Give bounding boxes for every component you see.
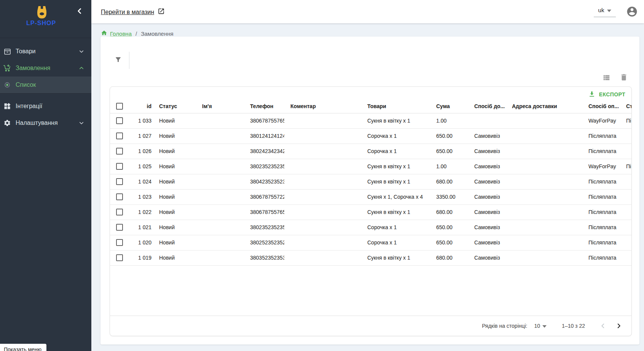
breadcrumb-home-label: Головна xyxy=(110,30,132,37)
table-row[interactable]: 1 024 Новий 380423523523 Сукня в квітку … xyxy=(110,174,632,189)
breadcrumb-home-link[interactable]: Головна xyxy=(101,30,132,37)
cell-id: 1 024 xyxy=(127,174,153,189)
pagination-next-button[interactable] xyxy=(614,321,624,331)
cell-comment xyxy=(284,220,361,235)
sidebar-item-orders[interactable]: Замовлення xyxy=(0,60,91,77)
column-header-status[interactable]: Статус xyxy=(153,100,196,113)
row-checkbox[interactable] xyxy=(116,239,123,246)
column-header-name[interactable]: Ім'я xyxy=(196,100,244,113)
widgets-icon xyxy=(3,102,11,110)
cell-comment xyxy=(284,113,361,128)
cell-comment xyxy=(284,144,361,159)
column-header-delivery[interactable]: Спосіб до... xyxy=(468,100,506,113)
cell-id: 1 027 xyxy=(127,128,153,144)
sidebar-item-integrations[interactable]: Інтеграції xyxy=(0,98,91,115)
cell-delivery: Самовивіз xyxy=(468,159,506,174)
row-checkbox[interactable] xyxy=(116,254,123,261)
cell-sum: 650.00 xyxy=(430,144,468,159)
cell-name xyxy=(196,128,244,144)
filter-divider xyxy=(129,52,129,69)
filter-funnel-icon[interactable] xyxy=(115,56,122,63)
pagination-prev-button[interactable] xyxy=(598,321,608,331)
cell-sum: 650.00 xyxy=(430,235,468,250)
cell-address xyxy=(506,144,582,159)
table-row[interactable]: 1 026 Новий 380242342342 Сорочка x 1 650… xyxy=(110,144,632,159)
row-checkbox[interactable] xyxy=(116,163,123,170)
cell-payment: Післяплата xyxy=(582,235,620,250)
table-row[interactable]: 1 019 Новий 380352352353 Сукня в квітку … xyxy=(110,250,632,265)
cell-products: Сукня в квітку x 1 xyxy=(361,159,430,174)
sidebar-item-products[interactable]: Товари xyxy=(0,43,91,60)
row-checkbox[interactable] xyxy=(116,178,123,185)
cell-payment: Післяплата xyxy=(582,128,620,144)
home-icon xyxy=(101,30,107,37)
table-row[interactable]: 1 023 Новий 380678755722 Сукня x 1, Соро… xyxy=(110,189,632,204)
cell-sum: 3350.00 xyxy=(430,189,468,204)
sidebar-item-settings[interactable]: Налаштування xyxy=(0,115,91,131)
caret-down-icon xyxy=(607,7,611,13)
cell-comment xyxy=(284,204,361,220)
cell-phone: 380235235235 xyxy=(244,220,284,235)
cell-address xyxy=(506,235,582,250)
view-list-icon[interactable] xyxy=(602,73,611,82)
sidebar-item-orders-list[interactable]: Список xyxy=(0,77,91,93)
cell-address xyxy=(506,189,582,204)
column-header-comment[interactable]: Коментар xyxy=(284,100,361,113)
table-row[interactable]: 1 022 Новий 380678755765 Сукня в квітку … xyxy=(110,204,632,220)
cell-delivery: Самовивіз xyxy=(468,189,506,204)
table-row[interactable]: 1 033 Новий 380678755765 Сукня в квітку … xyxy=(110,113,632,128)
cell-address xyxy=(506,128,582,144)
cell-phone: 380423523523 xyxy=(244,174,284,189)
column-header-phone[interactable]: Телефон xyxy=(244,100,284,113)
column-header-products[interactable]: Товари xyxy=(361,100,430,113)
cell-payment-status xyxy=(620,220,632,235)
cell-address xyxy=(506,204,582,220)
column-header-id[interactable]: id xyxy=(127,100,153,113)
row-checkbox[interactable] xyxy=(116,209,123,215)
cell-products: Сорочка x 1 xyxy=(361,144,430,159)
row-checkbox[interactable] xyxy=(116,148,123,155)
sidebar-collapse-button[interactable] xyxy=(75,6,84,16)
language-select[interactable]: uk xyxy=(594,7,616,17)
column-header-sum[interactable]: Сума xyxy=(430,100,468,113)
column-header-payment[interactable]: Спосіб оп... xyxy=(582,100,620,113)
table-row[interactable]: 1 021 Новий 380235235235 Сорочка x 1 650… xyxy=(110,220,632,235)
cell-products: Сукня в квітку x 1 xyxy=(361,174,430,189)
export-button[interactable]: ЕКСПОРТ xyxy=(588,90,625,99)
select-all-checkbox[interactable] xyxy=(116,103,123,110)
gear-icon xyxy=(3,119,11,127)
show-menu-tooltip: Показать меню xyxy=(0,344,46,351)
table-row[interactable]: 1 020 Новий 380252352352 Сорочка x 1 650… xyxy=(110,235,632,250)
cell-name xyxy=(196,235,244,250)
cell-phone: 380124124124 xyxy=(244,128,284,144)
external-link-icon xyxy=(158,8,165,16)
cell-name xyxy=(196,159,244,174)
cell-delivery: Самовивіз xyxy=(468,235,506,250)
table-row[interactable]: 1 025 Новий 380235235235 Сукня в квітку … xyxy=(110,159,632,174)
column-header-address[interactable]: Адреса доставки xyxy=(506,100,582,113)
cell-status: Новий xyxy=(153,144,196,159)
table-row[interactable]: 1 027 Новий 380124124124 Сорочка x 1 650… xyxy=(110,128,632,144)
account-circle-icon[interactable] xyxy=(626,6,638,18)
radio-checked-icon xyxy=(3,81,11,89)
row-checkbox[interactable] xyxy=(116,117,123,124)
cell-status: Новий xyxy=(153,220,196,235)
sidebar-item-label: Налаштування xyxy=(16,120,58,126)
row-checkbox[interactable] xyxy=(116,193,123,200)
appbar: Перейти в магазин uk xyxy=(91,0,644,23)
row-checkbox[interactable] xyxy=(116,224,123,231)
go-to-store-link[interactable]: Перейти в магазин xyxy=(101,8,165,16)
cell-status: Новий xyxy=(153,113,196,128)
cell-sum: 650.00 xyxy=(430,220,468,235)
pagination-range: 1–10 з 22 xyxy=(562,323,585,329)
cell-delivery: Самовивіз xyxy=(468,144,506,159)
chevron-down-icon xyxy=(78,48,85,55)
cell-products: Сорочка x 1 xyxy=(361,220,430,235)
row-checkbox[interactable] xyxy=(116,132,123,139)
language-value: uk xyxy=(598,7,604,13)
rows-per-page-select[interactable]: 10 xyxy=(534,323,547,329)
cell-payment: Післяплата xyxy=(582,204,620,220)
column-header-payment-status[interactable]: Ст xyxy=(620,100,632,113)
cell-id: 1 022 xyxy=(127,204,153,220)
trash-icon[interactable] xyxy=(620,73,628,81)
